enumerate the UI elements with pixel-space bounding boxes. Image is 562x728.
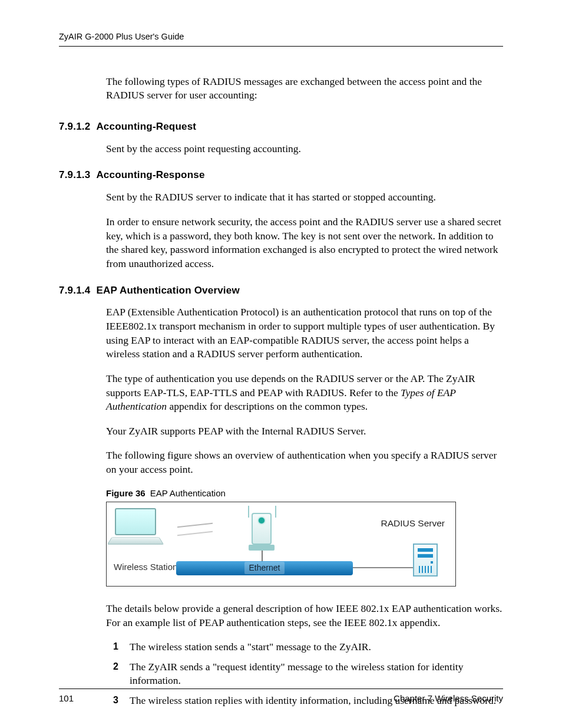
guide-title: ZyAIR G-2000 Plus User's Guide <box>59 32 184 41</box>
wire-line <box>353 567 418 568</box>
para-eap-2b: appendix for descriptions on the common … <box>167 400 368 412</box>
ap-downlink-line <box>262 551 263 561</box>
figure-number: Figure 36 <box>106 488 146 498</box>
page-footer: 101 Chapter 7 Wireless Security <box>59 689 503 704</box>
para-eap-1: EAP (Extensible Authentication Protocol)… <box>106 305 503 361</box>
wireless-link-icon <box>177 523 213 536</box>
laptop-icon <box>115 508 161 545</box>
page-header: ZyAIR G-2000 Plus User's Guide <box>59 29 503 47</box>
para-eap-3: Your ZyAIR supports PEAP with the Intern… <box>106 424 503 439</box>
para-post-figure: The details below provide a general desc… <box>106 602 503 630</box>
heading-title: EAP Authentication Overview <box>96 285 239 296</box>
heading-title: Accounting-Request <box>96 121 196 132</box>
para-eap-2: The type of authentication you use depen… <box>106 372 503 414</box>
page-number: 101 <box>59 693 74 704</box>
step-item: The ZyAIR sends a "request identity" mes… <box>127 660 503 688</box>
heading-eap-overview: 7.9.1.4EAP Authentication Overview <box>59 284 503 298</box>
figure-eap-authentication: Wireless Station Ethernet RADIUS Server <box>106 502 456 587</box>
figure-title: EAP Authentication <box>150 488 226 498</box>
ap-antenna-icon <box>248 506 249 518</box>
access-point-icon <box>252 513 275 551</box>
heading-number: 7.9.1.4 <box>59 284 90 298</box>
para-accounting-response-2: In order to ensure network security, the… <box>106 215 503 271</box>
label-radius-server: RADIUS Server <box>381 518 445 530</box>
para-accounting-response-1: Sent by the RADIUS server to indicate th… <box>106 190 503 205</box>
label-ethernet: Ethernet <box>244 562 285 574</box>
step-item: The wireless station sends a "start" mes… <box>127 640 503 654</box>
chapter-label: Chapter 7 Wireless Security <box>394 693 503 704</box>
heading-accounting-response: 7.9.1.3Accounting-Response <box>59 169 503 182</box>
heading-accounting-request: 7.9.1.2Accounting-Request <box>59 120 503 134</box>
label-wireless-station: Wireless Station <box>114 561 177 573</box>
server-icon <box>413 543 438 577</box>
heading-number: 7.9.1.2 <box>59 120 90 134</box>
heading-number: 7.9.1.3 <box>59 169 90 182</box>
intro-paragraph: The following types of RADIUS messages a… <box>106 75 503 103</box>
ethernet-bar: Ethernet <box>176 561 353 575</box>
heading-title: Accounting-Response <box>96 169 204 180</box>
para-eap-4: The following figure shows an overview o… <box>106 449 503 476</box>
ap-antenna-icon <box>275 506 276 518</box>
para-accounting-request: Sent by the access point requesting acco… <box>106 142 503 156</box>
figure-caption: Figure 36EAP Authentication <box>106 487 503 499</box>
